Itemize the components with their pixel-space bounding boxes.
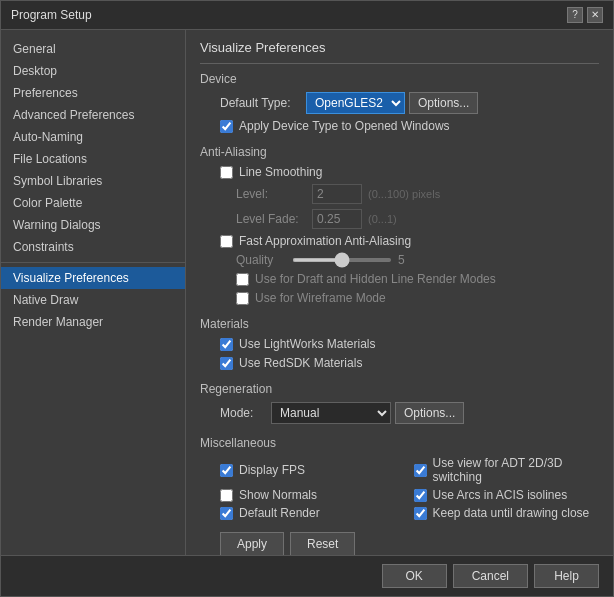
keep-data-checkbox[interactable] <box>414 507 427 520</box>
line-smoothing-label: Line Smoothing <box>239 165 322 179</box>
dialog-window: Program Setup ? ✕ GeneralDesktopPreferen… <box>0 0 614 597</box>
sidebar-item-general[interactable]: General <box>1 38 185 60</box>
quality-row: Quality 5 <box>200 253 599 267</box>
keep-data-row: Keep data until drawing close <box>414 506 600 520</box>
draft-checkbox[interactable] <box>236 273 249 286</box>
level-fade-input <box>312 209 362 229</box>
level-label: Level: <box>236 187 306 201</box>
level-fade-hint: (0...1) <box>368 213 397 225</box>
title-bar-controls: ? ✕ <box>567 7 603 23</box>
redsdk-label: Use RedSDK Materials <box>239 356 362 370</box>
fast-aa-row: Fast Approximation Anti-Aliasing <box>200 234 599 248</box>
apply-device-checkbox[interactable] <box>220 120 233 133</box>
fast-aa-checkbox[interactable] <box>220 235 233 248</box>
main-section-title: Visualize Preferences <box>200 40 599 55</box>
lightworks-label: Use LightWorks Materials <box>239 337 376 351</box>
mode-row: Mode: Manual Options... <box>200 402 599 424</box>
anti-aliasing-label: Anti-Aliasing <box>200 145 599 159</box>
misc-grid: Display FPS Use view for ADT 2D/3D switc… <box>200 456 599 520</box>
display-fps-checkbox[interactable] <box>220 464 233 477</box>
use-view-label: Use view for ADT 2D/3D switching <box>433 456 600 484</box>
dialog-title: Program Setup <box>11 8 92 22</box>
default-render-row: Default Render <box>220 506 406 520</box>
materials-group: Materials Use LightWorks Materials Use R… <box>200 317 599 370</box>
reset-button[interactable]: Reset <box>290 532 355 555</box>
level-input <box>312 184 362 204</box>
keep-data-label: Keep data until drawing close <box>433 506 590 520</box>
dialog-buttons: OK Cancel Help <box>382 564 599 588</box>
miscellaneous-label: Miscellaneous <box>200 436 599 450</box>
regen-options-button[interactable]: Options... <box>395 402 464 424</box>
fast-aa-label: Fast Approximation Anti-Aliasing <box>239 234 411 248</box>
default-type-label: Default Type: <box>220 96 300 110</box>
wireframe-checkbox[interactable] <box>236 292 249 305</box>
lightworks-checkbox[interactable] <box>220 338 233 351</box>
device-label: Device <box>200 72 599 86</box>
sidebar-item-desktop[interactable]: Desktop <box>1 60 185 82</box>
apply-device-label: Apply Device Type to Opened Windows <box>239 119 450 133</box>
show-normals-checkbox[interactable] <box>220 489 233 502</box>
dialog-body: GeneralDesktopPreferencesAdvanced Prefer… <box>1 30 613 555</box>
sidebar-item-constraints[interactable]: Constraints <box>1 236 185 258</box>
sidebar-item-symbol-libraries[interactable]: Symbol Libraries <box>1 170 185 192</box>
use-arcs-row: Use Arcs in ACIS isolines <box>414 488 600 502</box>
title-bar: Program Setup ? ✕ <box>1 1 613 30</box>
sidebar-item-native-draw[interactable]: Native Draw <box>1 289 185 311</box>
help-button[interactable]: ? <box>567 7 583 23</box>
quality-slider-container: 5 <box>292 253 413 267</box>
help-dialog-button[interactable]: Help <box>534 564 599 588</box>
default-render-label: Default Render <box>239 506 320 520</box>
main-content: Visualize Preferences Device Default Typ… <box>186 30 613 555</box>
mode-select[interactable]: Manual <box>271 402 391 424</box>
bottom-bar: OK Cancel Help <box>1 555 613 596</box>
action-buttons: Apply Reset <box>200 532 599 555</box>
wireframe-row: Use for Wireframe Mode <box>200 291 599 305</box>
use-arcs-checkbox[interactable] <box>414 489 427 502</box>
quality-value: 5 <box>398 253 413 267</box>
wireframe-label: Use for Wireframe Mode <box>255 291 386 305</box>
close-button[interactable]: ✕ <box>587 7 603 23</box>
lightworks-row: Use LightWorks Materials <box>200 337 599 351</box>
redsdk-row: Use RedSDK Materials <box>200 356 599 370</box>
level-row: Level: (0...100) pixels <box>200 184 599 204</box>
default-render-checkbox[interactable] <box>220 507 233 520</box>
apply-button[interactable]: Apply <box>220 532 284 555</box>
device-group: Device Default Type: OpenGLES2 Options..… <box>200 72 599 133</box>
redsdk-checkbox[interactable] <box>220 357 233 370</box>
materials-label: Materials <box>200 317 599 331</box>
show-normals-label: Show Normals <box>239 488 317 502</box>
quality-slider <box>292 258 392 262</box>
draft-label: Use for Draft and Hidden Line Render Mod… <box>255 272 496 286</box>
device-row: Default Type: OpenGLES2 Options... <box>200 92 599 114</box>
draft-row: Use for Draft and Hidden Line Render Mod… <box>200 272 599 286</box>
level-hint: (0...100) pixels <box>368 188 440 200</box>
regeneration-label: Regeneration <box>200 382 599 396</box>
level-fade-row: Level Fade: (0...1) <box>200 209 599 229</box>
display-fps-label: Display FPS <box>239 463 305 477</box>
sidebar-item-render-manager[interactable]: Render Manager <box>1 311 185 333</box>
sidebar-item-preferences[interactable]: Preferences <box>1 82 185 104</box>
mode-wrapper: Manual Options... <box>271 402 464 424</box>
sidebar-item-visualize-preferences[interactable]: Visualize Preferences <box>1 267 185 289</box>
sidebar-item-color-palette[interactable]: Color Palette <box>1 192 185 214</box>
regeneration-group: Regeneration Mode: Manual Options... <box>200 382 599 424</box>
sidebar: GeneralDesktopPreferencesAdvanced Prefer… <box>1 30 186 555</box>
level-fade-label: Level Fade: <box>236 212 306 226</box>
sidebar-item-warning-dialogs[interactable]: Warning Dialogs <box>1 214 185 236</box>
device-options-button[interactable]: Options... <box>409 92 478 114</box>
line-smoothing-row: Line Smoothing <box>200 165 599 179</box>
line-smoothing-checkbox[interactable] <box>220 166 233 179</box>
default-type-select[interactable]: OpenGLES2 <box>306 92 405 114</box>
use-view-checkbox[interactable] <box>414 464 427 477</box>
use-view-row: Use view for ADT 2D/3D switching <box>414 456 600 484</box>
anti-aliasing-group: Anti-Aliasing Line Smoothing Level: (0..… <box>200 145 599 305</box>
display-fps-row: Display FPS <box>220 456 406 484</box>
sidebar-item-auto-naming[interactable]: Auto-Naming <box>1 126 185 148</box>
sidebar-item-advanced-preferences[interactable]: Advanced Preferences <box>1 104 185 126</box>
ok-button[interactable]: OK <box>382 564 447 588</box>
cancel-button[interactable]: Cancel <box>453 564 528 588</box>
mode-label: Mode: <box>220 406 265 420</box>
apply-device-row: Apply Device Type to Opened Windows <box>200 119 599 133</box>
sidebar-item-file-locations[interactable]: File Locations <box>1 148 185 170</box>
show-normals-row: Show Normals <box>220 488 406 502</box>
